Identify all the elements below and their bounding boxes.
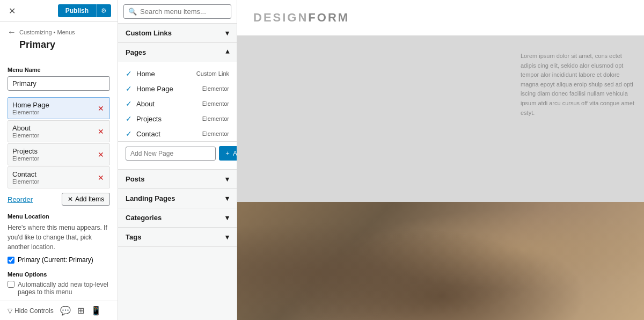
check-icon: ✓ [126, 114, 132, 123]
list-item[interactable]: ✓ Home Page Elementor [118, 81, 237, 96]
menu-item-name: About [12, 124, 39, 132]
accordion-tags: Tags ▾ [118, 228, 237, 247]
add-label: Add [233, 150, 237, 157]
custom-links-label: Custom Links [126, 29, 172, 37]
menu-item-type: Elementor [12, 109, 49, 115]
add-icon: ✕ [68, 195, 73, 203]
remove-menu-item-button[interactable]: ✕ [97, 104, 105, 113]
chevron-up-icon: ▾ [225, 48, 229, 56]
location-checkbox-row[interactable]: Primary (Current: Primary) [8, 256, 110, 264]
chevron-down-icon: ▾ [225, 194, 229, 202]
page-item-type: Elementor [202, 130, 229, 137]
accordion-header-posts[interactable]: Posts ▾ [118, 170, 237, 188]
plus-icon: ＋ [224, 149, 231, 158]
menu-item-type: Elementor [12, 132, 39, 139]
chevron-down-icon: ▾ [225, 29, 229, 37]
menu-item-info: Projects Elementor [12, 147, 39, 162]
menu-options-label: Menu Options [8, 271, 110, 278]
page-item-name: Home [136, 70, 192, 78]
accordion-header-landing-pages[interactable]: Landing Pages ▾ [118, 189, 237, 208]
categories-label: Categories [126, 214, 162, 222]
menu-item-name: Projects [12, 147, 39, 155]
device-icon-button[interactable]: ⊞ [77, 306, 84, 316]
accordion-landing-pages: Landing Pages ▾ [118, 189, 237, 208]
page-item-type: Elementor [202, 115, 229, 122]
add-new-page-row: ＋ Add [118, 141, 237, 165]
page-item-name: Projects [136, 115, 198, 123]
mobile-icon-button[interactable]: 📱 [91, 306, 101, 316]
page-item-type: Custom Link [196, 70, 229, 77]
remove-menu-item-button[interactable]: ✕ [97, 127, 105, 136]
page-title: Primary [0, 39, 118, 56]
menu-item-name: Home Page [12, 101, 49, 109]
accordion-header-categories[interactable]: Categories ▾ [118, 208, 237, 227]
reorder-row: Reorder ✕ Add Items [8, 193, 110, 206]
remove-menu-item-button[interactable]: ✕ [97, 173, 105, 182]
menu-item-type: Elementor [12, 178, 39, 185]
check-icon: ✓ [126, 129, 132, 138]
add-items-button[interactable]: ✕ Add Items [62, 193, 110, 206]
pages-label: Pages [126, 48, 146, 56]
reorder-button[interactable]: Reorder [8, 195, 33, 203]
location-checkbox[interactable] [8, 257, 14, 264]
menu-item-info: Contact Elementor [12, 170, 39, 185]
search-box: 🔍 [118, 0, 237, 24]
tags-label: Tags [126, 233, 141, 241]
menu-name-input[interactable] [8, 76, 110, 91]
list-item[interactable]: ✓ About Elementor [118, 96, 237, 111]
hide-controls-icon: ▽ [8, 307, 12, 315]
pages-content: ✓ Home Custom Link ✓ Home Page Elementor… [118, 62, 237, 169]
page-item-type: Elementor [202, 100, 229, 107]
page-item-name: Home Page [136, 85, 198, 93]
menu-item-info: About Elementor [12, 124, 39, 139]
location-description: Here's where this menu appears. If you'd… [8, 223, 110, 252]
posts-label: Posts [126, 175, 144, 183]
preview-panel: DESIGNFORM Lorem ipsum dolor sit amet, c… [237, 0, 644, 320]
site-header: DESIGNFORM [237, 0, 644, 35]
auto-add-checkbox[interactable] [8, 281, 14, 288]
publish-button[interactable]: Publish [58, 4, 96, 17]
menu-item[interactable]: Contact Elementor ✕ [8, 166, 110, 188]
site-logo: DESIGNFORM [253, 11, 628, 25]
location-option-label: Primary (Current: Primary) [18, 256, 93, 264]
check-icon: ✓ [126, 99, 132, 108]
settings-button[interactable]: ⚙ [96, 4, 111, 17]
close-button[interactable]: ✕ [6, 5, 18, 17]
check-icon: ✓ [126, 69, 132, 78]
accordion-pages: Pages ▾ ✓ Home Custom Link ✓ Home Page E… [118, 43, 237, 170]
list-item[interactable]: ✓ Projects Elementor [118, 111, 237, 126]
accordion-header-custom-links[interactable]: Custom Links ▾ [118, 24, 237, 42]
hide-controls-button[interactable]: ▽ Hide Controls [8, 307, 54, 315]
comment-icon-button[interactable]: 💬 [60, 306, 71, 316]
add-new-page-input[interactable] [126, 147, 216, 161]
auto-add-row[interactable]: Automatically add new top-level pages to… [8, 281, 110, 296]
accordion-header-pages[interactable]: Pages ▾ [118, 43, 237, 62]
list-item[interactable]: ✓ Contact Elementor [118, 126, 237, 141]
menu-item[interactable]: Projects Elementor ✕ [8, 143, 110, 165]
chevron-down-icon: ▾ [225, 214, 229, 222]
accordion-categories: Categories ▾ [118, 208, 237, 228]
left-bottom-bar: ▽ Hide Controls 💬 ⊞ 📱 [0, 301, 118, 320]
menu-item[interactable]: Home Page Elementor ✕ [8, 97, 110, 119]
menu-item-info: Home Page Elementor [12, 101, 49, 115]
publish-group: Publish ⚙ [58, 4, 111, 17]
list-item[interactable]: ✓ Home Custom Link [118, 66, 237, 81]
chevron-down-icon: ▾ [225, 175, 229, 183]
back-button[interactable]: ← [8, 27, 16, 37]
site-content-area: Lorem ipsum dolor sit amet, cons ectet a… [237, 35, 644, 320]
remove-menu-item-button[interactable]: ✕ [97, 150, 105, 159]
accordion-posts: Posts ▾ [118, 170, 237, 189]
landing-pages-label: Landing Pages [126, 194, 175, 202]
breadcrumb: Customizing • Menus [19, 29, 75, 35]
site-image [237, 202, 644, 320]
menu-item[interactable]: About Elementor ✕ [8, 120, 110, 142]
accordion-header-tags[interactable]: Tags ▾ [118, 228, 237, 246]
add-page-button[interactable]: ＋ Add [219, 146, 237, 161]
search-input[interactable] [140, 8, 226, 16]
chevron-down-icon: ▾ [225, 233, 229, 241]
page-item-name: Contact [136, 130, 198, 138]
menu-item-type: Elementor [12, 155, 39, 162]
logo-text-form: FORM [308, 11, 349, 24]
lorem-text: Lorem ipsum dolor sit amet, cons ectet a… [521, 52, 639, 118]
breadcrumb-area: ← Customizing • Menus [0, 22, 118, 39]
